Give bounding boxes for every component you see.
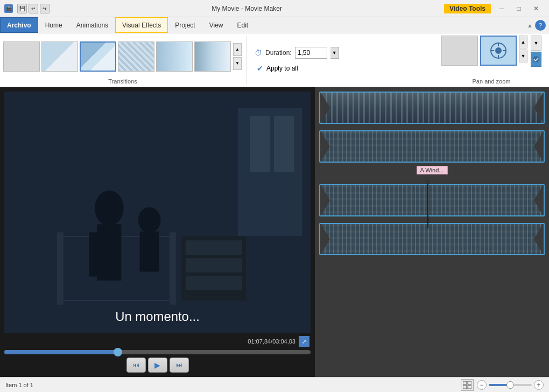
rewind-button[interactable]: ⏮ [126,358,146,373]
svg-point-19 [95,191,124,226]
fullscreen-button[interactable]: ⤢ [299,336,309,347]
tab-visual-effects[interactable]: Visual Effects [115,17,168,33]
timeline-clip-3[interactable] [319,184,545,216]
app-icon: 🎬 [4,4,13,13]
timeline-clip-2[interactable]: A Wind... [319,130,545,163]
tab-view[interactable]: View [202,17,230,33]
zoom-out-button[interactable]: − [477,380,487,390]
transition-fade[interactable] [194,41,231,72]
tab-archivo[interactable]: Archivo [0,17,38,33]
svg-rect-18 [170,232,176,304]
clip-texture-1 [320,93,544,123]
tab-edit[interactable]: Edit [230,17,256,33]
pan-zoom-scroll-up[interactable]: ▲ [519,36,527,48]
svg-point-1 [495,47,502,54]
clip-arrow-left-1 [320,92,330,124]
ribbon: ▲ ▼ Transitions ⏱ Duration: ▼ ✔ Apply to… [0,33,549,87]
pan-zoom-icon [489,41,508,60]
transition-reveal[interactable] [156,41,193,72]
playhead-marker [425,180,430,184]
clip-texture-4 [320,224,544,254]
svg-rect-13 [186,240,242,255]
ribbon-collapse-btn[interactable]: ▲ [527,22,533,29]
duration-icon: ⏱ [255,48,262,57]
svg-rect-17 [57,232,64,304]
clip-inner-1[interactable] [319,92,545,124]
progress-thumb[interactable] [114,348,122,356]
pan-zoom-scroll-down[interactable]: ▼ [519,50,527,62]
zoom-in-button[interactable]: + [534,380,544,390]
clip-arrow-right-2 [534,130,544,163]
zoom-slider-thumb[interactable] [506,381,514,389]
transition-none[interactable] [3,41,40,72]
redo-btn[interactable]: ↪ [40,4,50,13]
storyboard-icon [463,381,471,389]
pan-zoom-active[interactable] [480,36,517,66]
title-bar-actions: 💾 ↩ ↪ [17,4,50,13]
undo-btn[interactable]: ↩ [29,4,38,13]
storyboard-button[interactable] [461,379,474,391]
tab-animations[interactable]: Animations [69,17,115,33]
duration-row: ⏱ Duration: ▼ [255,47,339,59]
video-background: Un momento... [4,92,311,333]
pan-zoom-confirm[interactable] [531,52,541,67]
progress-bar[interactable] [4,350,311,354]
duration-dropdown[interactable]: ▼ [330,47,339,59]
step-forward-button[interactable]: ⏭ [170,358,189,373]
timecode-row: 01:07,84/03:04,03 ⤢ [4,336,311,347]
timeline-clip-4[interactable] [319,223,545,255]
maximize-button[interactable]: □ [510,1,527,16]
svg-rect-26 [310,156,311,158]
menu-right: ▲ ? [527,17,549,33]
pan-zoom-none[interactable] [441,36,478,66]
svg-rect-28 [310,204,311,206]
status-bar: Item 1 of 1 − + [0,377,549,392]
svg-rect-34 [468,386,471,389]
play-button[interactable]: ▶ [148,358,167,373]
svg-point-6 [533,56,539,62]
tab-project[interactable]: Project [168,17,202,33]
save-btn[interactable]: 💾 [17,4,27,13]
help-button[interactable]: ? [535,20,546,31]
duration-section: ⏱ Duration: ▼ ✔ Apply to all [248,36,346,85]
svg-rect-21 [89,232,99,276]
clip-arrow-left-3 [320,184,330,216]
clip-arrow-left-2 [320,130,330,163]
zoom-slider-container: − + [477,380,544,390]
svg-rect-14 [186,258,242,272]
playback-controls: ⏮ ▶ ⏭ [4,358,311,373]
pan-zoom-scroll: ▲ ▼ [519,36,527,62]
transition-active[interactable] [80,41,116,72]
video-tools-badge: Video Tools [444,4,491,13]
minimize-button[interactable]: ─ [493,1,510,16]
clip-inner-3[interactable] [319,184,545,216]
clip-inner-4[interactable] [319,223,545,255]
timeline-scroll-area[interactable]: A Wind... [315,87,549,377]
pan-zoom-more[interactable]: ▼ [531,36,541,51]
transitions-section: ▲ ▼ Transitions [3,36,247,85]
pan-zoom-side-controls: ▼ [531,36,541,67]
tab-home[interactable]: Home [38,17,69,33]
svg-point-22 [138,207,161,233]
pan-zoom-section: ▲ ▼ ▼ Pan and zoom [437,36,546,85]
close-button[interactable]: ✕ [527,1,545,16]
svg-rect-32 [468,381,471,384]
svg-rect-29 [310,228,311,230]
zoom-slider[interactable] [489,384,532,386]
transitions-scroll-up[interactable]: ▲ [233,43,242,56]
svg-rect-10 [274,116,294,172]
svg-rect-24 [310,140,311,269]
clip-label-2: A Wind... [416,166,447,174]
duration-input[interactable] [295,47,327,59]
clip-arrow-right-4 [534,223,544,255]
clip-inner-2[interactable] [319,130,545,163]
transitions-scroll-down[interactable]: ▼ [233,57,242,70]
clip-arrow-left-4 [320,223,330,255]
timeline-clip-1[interactable] [319,92,545,124]
transition-mosaic[interactable] [118,41,154,72]
svg-rect-23 [140,232,159,272]
menu-bar: Archivo Home Animations Visual Effects P… [0,17,549,33]
transition-diagonal[interactable] [41,41,78,72]
apply-all-button[interactable]: ✔ Apply to all [255,63,339,74]
clip-texture-3 [320,185,544,215]
